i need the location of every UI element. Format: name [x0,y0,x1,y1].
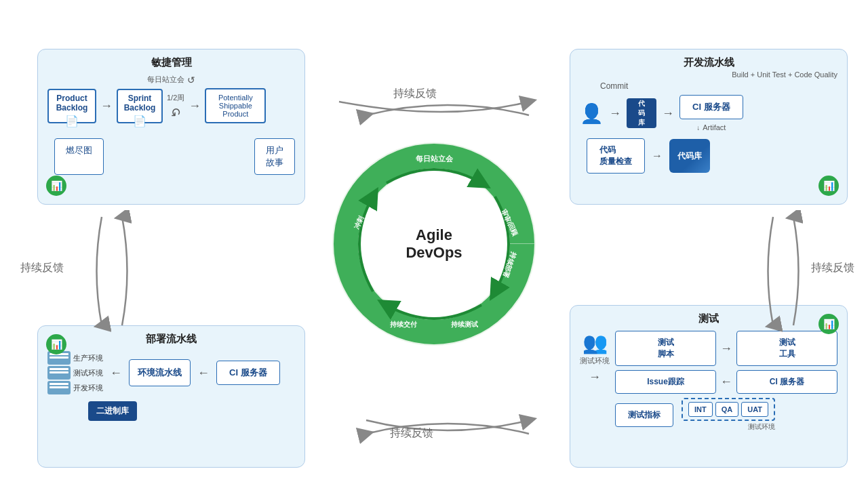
agile-title: 敏捷管理 [47,56,295,69]
sprint-backlog-label: SprintBacklog [124,94,156,113]
arrow-issue-ci: ← [720,375,732,389]
test-person-area: 👥 测试环境 → [580,331,610,432]
ci-server-area: CI 服务器 ↓ Artifact [679,95,743,131]
product-backlog-icon: 📄 [65,115,79,127]
test-server-icon [47,366,71,380]
product-backlog-label: ProductBacklog [56,94,88,113]
user-story-box: 用户故事 [254,138,295,175]
dev-server-icon [47,381,71,394]
test-script-box: 测试脚本 [615,331,716,366]
test-env-dashed-area: INT QA UAT 测试环境 [682,398,775,432]
deploy-ci-box: CI 服务器 [216,361,280,385]
deploy-panel: 部署流水线 生产环境 测试环境 开发环境 ← 环境流水线 [37,325,305,468]
test-panel: 测试 👥 测试环境 → 测试脚本 → 测试工具 [570,305,848,468]
left-feedback-arrow [88,210,136,332]
svg-text:持续测试: 持续测试 [450,321,479,328]
deploy-binary-box: 二进制库 [88,401,137,421]
commit-label: Commit [600,81,837,91]
binary-repo-label: 代码库 [677,150,702,162]
devpipeline-bottom: 代码质量检查 → 代码库 [587,138,837,174]
sprint-backlog-icon: 📄 [133,115,146,127]
test-metrics-label: 测试指标 [628,410,660,420]
test-ci-label: CI 服务器 [770,377,804,386]
arrow-quality: → [652,150,663,162]
deploy-ci-label: CI 服务器 [229,367,267,378]
test-row-1: 测试脚本 → 测试工具 [615,331,837,366]
top-feedback-label: 持续反馈 [393,87,437,101]
deploy-binary-area: 二进制库 [88,401,295,421]
burndown-box: 燃尽图 [54,138,104,175]
test-row-3: 测试指标 INT QA UAT 测试环境 [615,398,837,432]
test-tool-box: 测试工具 [736,331,837,366]
code-quality-label: 代码质量检查 [599,145,632,166]
cycle-arrow: ↺ [171,104,181,119]
arrow-deploy-2: ← [197,366,210,380]
test-title: 测试 [580,312,837,325]
dev-env-label: 开发环境 [73,383,103,393]
shippable-product-box: PotentiallyShippableProduct [205,88,266,123]
devpipeline-green-icon: 📊 [818,176,839,196]
arrow-test-right: → [589,370,601,384]
shippable-product-label: PotentiallyShippableProduct [218,94,253,118]
test-server-item: 测试环境 [47,366,103,380]
cycle-label: 1/2周 [167,93,184,103]
agile-label: Agile [406,226,462,244]
user-story-label: 用户故事 [266,145,283,167]
test-ci-box: CI 服务器 [736,370,837,394]
env-label-bottom: 测试环境 [682,422,775,432]
bottom-feedback-arrow [312,407,556,447]
prod-env-label: 生产环境 [73,353,103,363]
test-metrics-box: 测试指标 [615,403,673,427]
test-env-boxes: INT QA UAT [682,398,775,421]
int-box: INT [688,402,713,417]
test-tool-label: 测试工具 [779,338,795,359]
sprint-backlog-box: SprintBacklog 📄 [117,89,163,123]
devops-label: DevOps [406,244,462,262]
issue-tracking-box: Issue跟踪 [615,370,716,394]
devpipeline-chart-icon: 📊 [823,180,835,191]
developer-person: 👤 [580,102,604,125]
devpipeline-subtitle: Build + Unit Test + Code Quality [580,70,837,79]
devpipeline-panel: 开发流水线 Build + Unit Test + Code Quality C… [570,49,848,205]
bottom-feedback-label: 持续反馈 [390,426,433,441]
uat-box: UAT [741,402,768,417]
center-circle: 每日站立会 审审/回顾 持续部署 持续测试 持续交付 冲刺 Agile DevO… [332,142,536,346]
artifact-area: ↓ Artifact [696,123,726,131]
issue-tracking-label: Issue跟踪 [647,377,684,386]
dev-server-item: 开发环境 [47,381,103,394]
arrow-down-artifact: ↓ [696,124,700,131]
test-env-person-label: 测试环境 [580,356,610,366]
svg-text:每日站立会: 每日站立会 [416,155,454,163]
right-feedback-label: 持续反馈 [811,261,854,275]
deploy-servers: 生产环境 测试环境 开发环境 [47,351,103,394]
arrow-deploy-1: ← [110,366,122,380]
agile-green-icon: 📊 [46,176,66,196]
code-repo-box: 代码库 [627,98,656,128]
test-script-label: 测试脚本 [658,338,674,359]
code-repo-cylinder: 代码库 [627,98,656,128]
ci-server-label: CI 服务器 [692,102,730,112]
binary-repo-box: 代码库 [669,139,710,173]
agile-chart-icon: 📊 [51,180,62,191]
left-feedback-label: 持续反馈 [20,261,64,275]
deploy-binary-label: 二进制库 [96,406,129,415]
env-pipeline-box: 环境流水线 [129,359,191,386]
arrow-commit: → [609,106,621,121]
ci-server-box: CI 服务器 [679,95,743,119]
standup-label: 每日站立会 [147,75,184,85]
qa-box: QA [715,402,739,417]
arrow-2: → [189,99,201,113]
product-backlog-box: ProductBacklog 📄 [47,89,96,123]
test-env-label: 测试环境 [73,368,103,378]
circle-center-text: Agile DevOps [406,226,462,262]
main-container: 敏捷管理 每日站立会 ↺ ProductBacklog 📄 → SprintBa… [0,0,868,488]
deploy-green-icon: 📊 [46,334,66,354]
arrow-repo-ci: → [662,106,674,121]
test-row-2: Issue跟踪 ← CI 服务器 [615,370,837,394]
burndown-label: 燃尽图 [66,145,92,155]
arrow-script-tool: → [720,342,732,356]
code-quality-box: 代码质量检查 [587,138,645,174]
deploy-title: 部署流水线 [47,333,295,346]
devpipeline-title: 开发流水线 [580,56,837,69]
test-green-icon: 📊 [818,314,839,334]
